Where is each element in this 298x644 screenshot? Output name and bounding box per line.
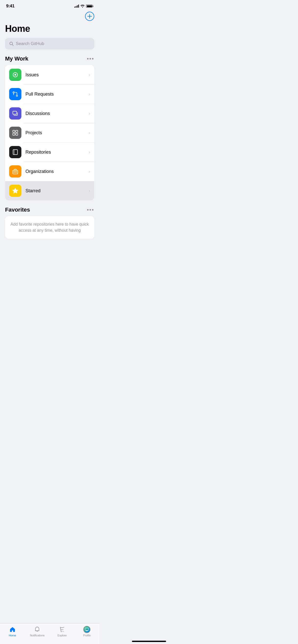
svg-point-3 [13, 92, 14, 93]
header [0, 11, 99, 22]
search-bar[interactable]: Search GitHub [5, 38, 94, 49]
favorites-section: Favorites ••• Add favorite repositories … [0, 207, 99, 245]
discussions-icon [9, 107, 21, 120]
search-icon [9, 41, 14, 46]
my-work-list: Issues › Pull Requests › [5, 65, 94, 200]
svg-rect-7 [16, 130, 18, 132]
repositories-label: Repositories [25, 150, 89, 155]
starred-icon [9, 185, 21, 197]
starred-label: Starred [25, 188, 89, 194]
starred-chevron: › [89, 188, 90, 194]
organizations-label: Organizations [25, 169, 89, 174]
page-title: Home [5, 23, 94, 34]
discussions-chevron: › [89, 111, 90, 116]
svg-rect-6 [13, 130, 15, 132]
wifi-icon [80, 5, 85, 8]
projects-chevron: › [89, 130, 90, 136]
search-placeholder: Search GitHub [16, 41, 44, 46]
status-bar: 9:41 [0, 0, 99, 11]
favorites-header: Favorites ••• [5, 207, 94, 213]
svg-rect-14 [15, 171, 16, 172]
my-work-more[interactable]: ••• [87, 55, 94, 62]
list-item-pull-requests[interactable]: Pull Requests › [5, 84, 94, 104]
repositories-chevron: › [89, 150, 90, 155]
issues-chevron: › [89, 72, 90, 78]
list-item-issues[interactable]: Issues › [5, 65, 94, 84]
favorites-more[interactable]: ••• [87, 207, 94, 213]
list-item-projects[interactable]: Projects › [5, 123, 94, 142]
favorites-empty-text: Add favorite repositories here to have q… [10, 222, 89, 232]
favorites-empty-card: Add favorite repositories here to have q… [5, 216, 94, 239]
repositories-icon [9, 146, 21, 158]
svg-rect-5 [13, 111, 17, 114]
projects-icon [9, 127, 21, 139]
my-work-header: My Work ••• [5, 55, 94, 62]
page-title-container: Home [0, 22, 99, 38]
add-button[interactable] [85, 12, 94, 21]
svg-point-4 [16, 95, 18, 96]
svg-rect-8 [13, 133, 15, 135]
pull-requests-icon [9, 88, 21, 100]
list-item-starred[interactable]: Starred › [5, 181, 94, 200]
svg-rect-10 [13, 150, 17, 155]
my-work-section: My Work ••• Issues › [0, 55, 99, 207]
svg-rect-9 [16, 133, 18, 135]
list-item-organizations[interactable]: Organizations › [5, 162, 94, 181]
pull-requests-chevron: › [89, 92, 90, 97]
projects-label: Projects [25, 130, 89, 136]
list-item-discussions[interactable]: Discussions › [5, 104, 94, 123]
my-work-title: My Work [5, 55, 28, 62]
list-item-repositories[interactable]: Repositories › [5, 142, 94, 162]
favorites-title: Favorites [5, 207, 30, 213]
issues-label: Issues [25, 72, 89, 78]
svg-rect-11 [14, 150, 15, 155]
organizations-chevron: › [89, 169, 90, 174]
svg-rect-13 [14, 171, 15, 172]
status-icons [74, 5, 93, 8]
discussions-label: Discussions [25, 111, 89, 116]
svg-point-2 [15, 74, 16, 76]
signal-icon [74, 5, 79, 8]
svg-rect-15 [16, 171, 17, 172]
status-time: 9:41 [6, 4, 15, 9]
search-container: Search GitHub [0, 38, 99, 55]
pull-requests-label: Pull Requests [25, 92, 89, 97]
organizations-icon [9, 165, 21, 178]
battery-icon [86, 5, 93, 8]
issues-icon [9, 69, 21, 81]
